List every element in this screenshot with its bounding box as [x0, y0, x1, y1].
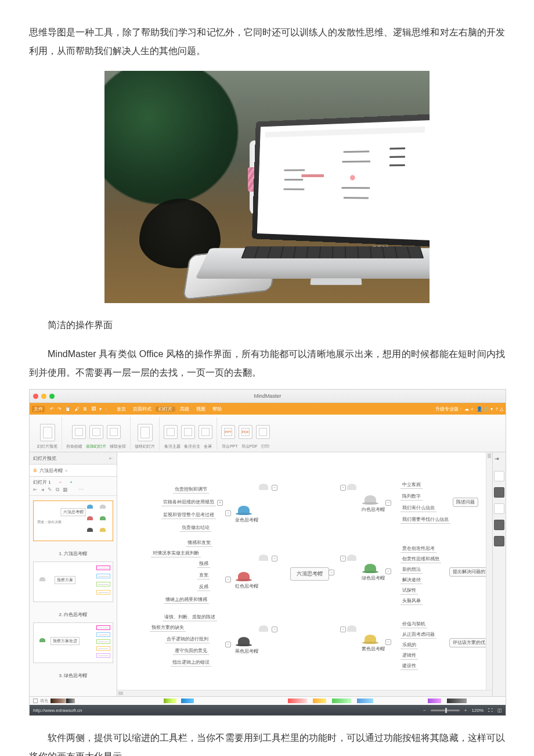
- leaf[interactable]: 遵守负面的意见: [173, 647, 209, 655]
- toggle-white[interactable]: −: [340, 485, 346, 491]
- leaf[interactable]: 谨慎、判断、质疑的陈述: [163, 614, 217, 621]
- leaf[interactable]: 乐观的: [400, 642, 418, 649]
- leaf[interactable]: 负责控制和调节: [173, 486, 209, 494]
- leaf[interactable]: 直觉: [197, 572, 210, 579]
- print-button[interactable]: [256, 425, 270, 439]
- slide-preview-button[interactable]: [40, 424, 55, 441]
- pin-icon[interactable]: △: [500, 406, 503, 412]
- leaf[interactable]: 情绪上的感受和情感: [164, 596, 209, 604]
- leaf[interactable]: 价值与契机: [400, 621, 427, 628]
- leaf[interactable]: 监视和管理整个思考过程: [161, 512, 216, 519]
- upgrade-link[interactable]: 升级专业版 ·: [435, 406, 461, 412]
- leaf[interactable]: 创意性思维和感想: [400, 556, 441, 563]
- note-branch-button[interactable]: [181, 425, 195, 439]
- nav-edit-icon[interactable]: ✎: [48, 487, 52, 493]
- minimize-icon[interactable]: [41, 394, 46, 399]
- node-white[interactable]: 白色思考帽: [359, 506, 388, 514]
- fit-page-icon[interactable]: ⛶: [488, 708, 493, 713]
- cloud-icon[interactable]: ☁: [464, 406, 469, 412]
- toggle-blue-l[interactable]: −: [225, 510, 231, 516]
- leaf[interactable]: 意在创造性思考: [400, 545, 436, 553]
- brush-icon[interactable]: 🖌: [74, 406, 81, 412]
- doc-icon[interactable]: 🗎: [82, 406, 89, 412]
- paste-icon[interactable]: 📋: [64, 406, 72, 412]
- zoom-out-icon[interactable]: −: [423, 708, 426, 713]
- node-yellow[interactable]: 黄色思考帽: [359, 645, 388, 653]
- auto-create-button[interactable]: [72, 425, 86, 439]
- leaf[interactable]: 试探性: [400, 587, 418, 595]
- fit-width-icon[interactable]: ◫: [497, 708, 502, 713]
- rt-outline-icon[interactable]: [494, 487, 504, 498]
- swatches-neutral[interactable]: [50, 699, 156, 703]
- node-green[interactable]: 绿色思考帽: [359, 574, 388, 582]
- color-palette-bar[interactable]: 填充: [30, 696, 506, 705]
- hscrollbar[interactable]: [117, 690, 492, 696]
- leaf[interactable]: 指出逻辑上的错误: [171, 659, 211, 667]
- node-center[interactable]: 六顶思考帽: [290, 567, 329, 581]
- more-icon[interactable]: ▾: [98, 406, 103, 412]
- undo-icon[interactable]: ↶: [49, 406, 55, 412]
- image-icon[interactable]: 🖼: [90, 406, 97, 412]
- slide-thumb-3[interactable]: 预察方案改进 ——— ——— ——— ——— ———: [33, 622, 113, 663]
- play-slides-button[interactable]: [138, 424, 153, 441]
- nav-more-icon[interactable]: ⋯: [78, 487, 84, 493]
- leaf[interactable]: 陈列数字: [400, 493, 423, 501]
- nav-first-icon[interactable]: ⇤: [33, 487, 38, 493]
- toggle-green[interactable]: −: [340, 556, 346, 561]
- toggle[interactable]: +: [217, 500, 223, 506]
- node-black[interactable]: 黑色思考帽: [232, 647, 261, 656]
- leaf[interactable]: 对情况事实做主观判断: [151, 550, 201, 557]
- nav-copy-icon[interactable]: ⧉: [56, 487, 59, 493]
- toggle-green-r[interactable]: −: [385, 568, 391, 574]
- tab-advanced[interactable]: 高级: [177, 406, 192, 412]
- toggle-black-l[interactable]: −: [225, 642, 231, 647]
- leaf[interactable]: 官顾各种思维的使用规范: [161, 499, 216, 506]
- leaf[interactable]: 我们有什么信息: [400, 505, 436, 512]
- file-menu[interactable]: 文件: [32, 406, 45, 412]
- nav-prev-icon[interactable]: ◂: [41, 487, 44, 493]
- tab-slides[interactable]: 幻灯片: [156, 406, 175, 412]
- help-icon[interactable]: ?: [496, 406, 498, 412]
- nav-grid-icon[interactable]: ▦: [63, 487, 68, 493]
- tab-page-style[interactable]: 页面样式: [130, 406, 154, 412]
- slide-thumb-2[interactable]: 预察方案 ——— ——— ——— ———: [33, 561, 113, 602]
- leaf[interactable]: 建设性: [400, 663, 418, 670]
- settings-icon[interactable]: ◫: [484, 406, 489, 412]
- zoom-slider[interactable]: [431, 710, 460, 711]
- vscrollbar[interactable]: [486, 452, 492, 696]
- export-pdf-button[interactable]: PDF: [239, 425, 252, 439]
- toggle-yellow[interactable]: −: [340, 627, 346, 632]
- close-icon[interactable]: [33, 394, 38, 399]
- toggle-white-r[interactable]: −: [385, 500, 391, 506]
- swatches-rainbow[interactable]: [288, 699, 425, 703]
- rt-home-icon[interactable]: [494, 503, 504, 514]
- add-slide-icon[interactable]: +: [70, 480, 73, 485]
- leaf[interactable]: 预察方案的缺失: [150, 624, 186, 632]
- leaf[interactable]: 中立客观: [400, 481, 423, 489]
- swatches-purple-grey[interactable]: [428, 699, 502, 703]
- leaf[interactable]: 预感: [197, 560, 210, 568]
- note-topic-button[interactable]: [164, 425, 178, 439]
- swatches-green-blue[interactable]: [158, 699, 286, 703]
- share-icon[interactable]: <: [471, 406, 474, 412]
- palette-toggle-icon[interactable]: [33, 699, 38, 703]
- remove-all-button[interactable]: [107, 425, 121, 439]
- rt-format-icon[interactable]: [494, 471, 504, 481]
- leaf[interactable]: 反感: [197, 584, 210, 591]
- collapse-panel-icon[interactable]: ⇤: [109, 456, 113, 461]
- rt-task-icon[interactable]: [494, 520, 504, 530]
- node-red[interactable]: 红色思考帽: [232, 582, 261, 591]
- leaf[interactable]: 负责做出结论: [180, 524, 211, 532]
- collapse-right-icon[interactable]: ⇥: [495, 456, 504, 465]
- toggle-red-l[interactable]: −: [225, 577, 231, 582]
- leaf[interactable]: 我们需要寻找什么信息: [400, 516, 450, 524]
- leaf[interactable]: 合乎逻辑的进行批判: [165, 636, 210, 643]
- toggle-blue[interactable]: −: [272, 485, 277, 491]
- status-url[interactable]: http://www.edrawsoft.cn: [33, 708, 82, 713]
- leaf[interactable]: 新的想法: [400, 566, 423, 574]
- tab-help[interactable]: 帮助: [210, 406, 225, 412]
- zoom-in-icon[interactable]: +: [464, 708, 467, 713]
- leaf[interactable]: 解决途径: [400, 577, 423, 584]
- redo-icon[interactable]: ↷: [56, 406, 63, 412]
- toggle-yellow-r[interactable]: −: [385, 639, 391, 645]
